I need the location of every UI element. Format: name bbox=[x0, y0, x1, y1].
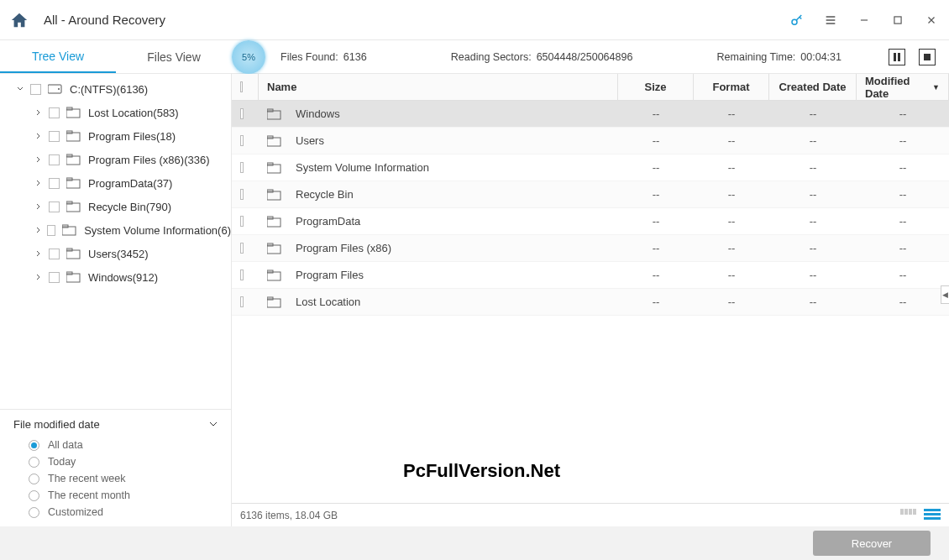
filter-option[interactable]: Customized bbox=[29, 506, 218, 518]
checkbox[interactable] bbox=[240, 189, 244, 200]
tree-root[interactable]: C:(NTFS)(6136) bbox=[0, 77, 231, 101]
row-name: Program Files (x86) bbox=[296, 242, 391, 254]
checkbox[interactable] bbox=[49, 107, 60, 118]
row-created: -- bbox=[769, 107, 857, 120]
filter-option[interactable]: The recent month bbox=[29, 489, 218, 501]
radio[interactable] bbox=[29, 457, 39, 468]
checkbox[interactable] bbox=[240, 135, 244, 146]
checkbox[interactable] bbox=[49, 154, 60, 165]
col-created[interactable]: Created Date bbox=[769, 74, 857, 100]
chevron-right-icon[interactable] bbox=[35, 108, 44, 117]
row-format: -- bbox=[694, 188, 769, 201]
list-view-button[interactable] bbox=[924, 509, 941, 522]
table-row[interactable]: ProgramData-------- bbox=[232, 208, 949, 235]
filter-option[interactable]: All data bbox=[29, 439, 218, 451]
table-row[interactable]: Recycle Bin-------- bbox=[232, 181, 949, 208]
tab-files-view[interactable]: Files View bbox=[116, 40, 232, 73]
row-size: -- bbox=[618, 188, 694, 201]
tree-item[interactable]: ProgramData(37) bbox=[0, 171, 231, 195]
table-row[interactable]: Windows-------- bbox=[232, 101, 949, 128]
row-modified: -- bbox=[857, 161, 949, 174]
titlebar: All - Around Recovery bbox=[0, 0, 949, 40]
col-size[interactable]: Size bbox=[618, 74, 694, 100]
grid-view-button[interactable] bbox=[900, 509, 917, 522]
row-name: Windows bbox=[296, 107, 340, 120]
folder-icon bbox=[66, 201, 81, 212]
chevron-right-icon[interactable] bbox=[35, 179, 44, 187]
tree-item[interactable]: Recycle Bin(790) bbox=[0, 195, 231, 218]
checkbox[interactable] bbox=[240, 216, 244, 227]
checkbox[interactable] bbox=[240, 243, 244, 254]
tab-tree-view[interactable]: Tree View bbox=[0, 40, 116, 73]
table-row[interactable]: Program Files-------- bbox=[232, 262, 949, 289]
col-format[interactable]: Format bbox=[694, 74, 769, 100]
tree-item-label: Recycle Bin(790) bbox=[88, 201, 171, 213]
checkbox[interactable] bbox=[240, 270, 244, 280]
row-created: -- bbox=[769, 269, 857, 281]
row-created: -- bbox=[769, 161, 857, 174]
filter-option[interactable]: Today bbox=[29, 456, 218, 468]
checkbox[interactable] bbox=[240, 162, 244, 173]
chevron-right-icon[interactable] bbox=[35, 132, 44, 140]
pause-button[interactable] bbox=[889, 49, 905, 65]
tree-item-label: Lost Location(583) bbox=[88, 107, 179, 119]
menu-icon[interactable] bbox=[823, 13, 838, 28]
folder-icon bbox=[267, 162, 282, 174]
checkbox[interactable] bbox=[49, 272, 60, 283]
radio[interactable] bbox=[29, 490, 39, 501]
table-row[interactable]: Program Files (x86)-------- bbox=[232, 235, 949, 262]
tree-item[interactable]: Lost Location(583) bbox=[0, 101, 231, 124]
bottom-bar: Recover bbox=[0, 526, 949, 560]
close-icon[interactable] bbox=[924, 13, 939, 28]
checkbox[interactable] bbox=[49, 178, 60, 189]
checkbox[interactable] bbox=[49, 249, 60, 259]
filter-heading[interactable]: File modified date bbox=[13, 418, 218, 431]
checkbox[interactable] bbox=[49, 131, 60, 142]
file-list: Name Size Format Created Date Modified D… bbox=[232, 74, 949, 526]
tree-item[interactable]: System Volume Information(6) bbox=[0, 218, 231, 242]
row-size: -- bbox=[618, 296, 694, 308]
checkbox[interactable] bbox=[30, 84, 41, 95]
filter-option-label: All data bbox=[48, 439, 83, 451]
key-icon[interactable] bbox=[789, 13, 805, 28]
folder-icon bbox=[66, 107, 81, 118]
folder-icon bbox=[62, 224, 77, 236]
radio[interactable] bbox=[29, 474, 39, 484]
maximize-icon[interactable] bbox=[890, 13, 905, 28]
radio[interactable] bbox=[29, 440, 39, 451]
preview-toggle[interactable]: ◀ bbox=[941, 285, 949, 304]
checkbox[interactable] bbox=[240, 108, 244, 119]
stop-button[interactable] bbox=[919, 49, 936, 65]
tree-item[interactable]: Windows(912) bbox=[0, 265, 231, 289]
row-format: -- bbox=[694, 134, 769, 147]
radio[interactable] bbox=[29, 507, 39, 518]
table-row[interactable]: Lost Location-------- bbox=[232, 289, 949, 316]
folder-icon bbox=[267, 189, 282, 201]
chevron-down-icon[interactable] bbox=[17, 85, 25, 93]
tree-root-label: C:(NTFS)(6136) bbox=[70, 83, 148, 96]
checkbox[interactable] bbox=[49, 201, 60, 212]
checkbox[interactable] bbox=[47, 225, 55, 236]
minimize-icon[interactable] bbox=[857, 13, 872, 28]
chevron-right-icon[interactable] bbox=[35, 249, 44, 258]
row-modified: -- bbox=[857, 134, 949, 147]
home-icon[interactable] bbox=[10, 11, 29, 29]
chevron-right-icon[interactable] bbox=[35, 155, 44, 164]
progress-bar: 5% Files Found:6136 Reading Sectors:6504… bbox=[232, 40, 949, 74]
col-name[interactable]: Name bbox=[259, 74, 618, 100]
filter-option[interactable]: The recent week bbox=[29, 473, 218, 484]
row-size: -- bbox=[618, 269, 694, 281]
select-all-checkbox[interactable] bbox=[240, 81, 243, 92]
col-modified[interactable]: Modified Date▼ bbox=[857, 74, 949, 100]
table-row[interactable]: Users-------- bbox=[232, 128, 949, 154]
checkbox[interactable] bbox=[240, 296, 244, 307]
recover-button[interactable]: Recover bbox=[813, 531, 931, 556]
chevron-right-icon[interactable] bbox=[35, 226, 42, 234]
tree-item[interactable]: Program Files (x86)(336) bbox=[0, 148, 231, 171]
chevron-right-icon[interactable] bbox=[35, 202, 44, 211]
progress-percent: 5% bbox=[232, 40, 265, 74]
table-row[interactable]: System Volume Information-------- bbox=[232, 154, 949, 181]
chevron-right-icon[interactable] bbox=[35, 273, 44, 281]
tree-item[interactable]: Program Files(18) bbox=[0, 124, 231, 148]
tree-item[interactable]: Users(3452) bbox=[0, 242, 231, 265]
